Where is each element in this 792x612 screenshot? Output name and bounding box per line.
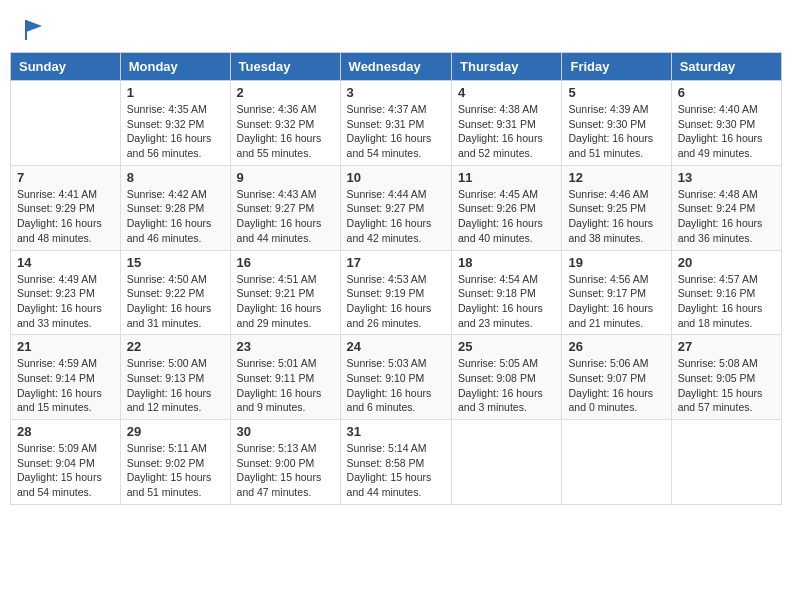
calendar-cell: 3Sunrise: 4:37 AM Sunset: 9:31 PM Daylig… <box>340 81 451 166</box>
calendar-cell: 20Sunrise: 4:57 AM Sunset: 9:16 PM Dayli… <box>671 250 781 335</box>
calendar-cell: 5Sunrise: 4:39 AM Sunset: 9:30 PM Daylig… <box>562 81 671 166</box>
day-info: Sunrise: 4:53 AM Sunset: 9:19 PM Dayligh… <box>347 272 445 331</box>
calendar-table: SundayMondayTuesdayWednesdayThursdayFrid… <box>10 52 782 505</box>
day-info: Sunrise: 4:36 AM Sunset: 9:32 PM Dayligh… <box>237 102 334 161</box>
day-info: Sunrise: 4:39 AM Sunset: 9:30 PM Dayligh… <box>568 102 664 161</box>
day-info: Sunrise: 5:06 AM Sunset: 9:07 PM Dayligh… <box>568 356 664 415</box>
column-header-thursday: Thursday <box>452 53 562 81</box>
calendar-cell <box>671 420 781 505</box>
day-number: 5 <box>568 85 664 100</box>
day-info: Sunrise: 5:01 AM Sunset: 9:11 PM Dayligh… <box>237 356 334 415</box>
day-number: 30 <box>237 424 334 439</box>
day-number: 25 <box>458 339 555 354</box>
day-number: 21 <box>17 339 114 354</box>
day-number: 13 <box>678 170 775 185</box>
calendar-cell: 14Sunrise: 4:49 AM Sunset: 9:23 PM Dayli… <box>11 250 121 335</box>
calendar-cell: 23Sunrise: 5:01 AM Sunset: 9:11 PM Dayli… <box>230 335 340 420</box>
day-number: 10 <box>347 170 445 185</box>
calendar-cell: 17Sunrise: 4:53 AM Sunset: 9:19 PM Dayli… <box>340 250 451 335</box>
day-info: Sunrise: 5:03 AM Sunset: 9:10 PM Dayligh… <box>347 356 445 415</box>
calendar-cell: 1Sunrise: 4:35 AM Sunset: 9:32 PM Daylig… <box>120 81 230 166</box>
day-info: Sunrise: 4:56 AM Sunset: 9:17 PM Dayligh… <box>568 272 664 331</box>
day-info: Sunrise: 4:54 AM Sunset: 9:18 PM Dayligh… <box>458 272 555 331</box>
day-info: Sunrise: 5:05 AM Sunset: 9:08 PM Dayligh… <box>458 356 555 415</box>
day-info: Sunrise: 4:51 AM Sunset: 9:21 PM Dayligh… <box>237 272 334 331</box>
day-number: 23 <box>237 339 334 354</box>
calendar-cell: 16Sunrise: 4:51 AM Sunset: 9:21 PM Dayli… <box>230 250 340 335</box>
day-info: Sunrise: 4:43 AM Sunset: 9:27 PM Dayligh… <box>237 187 334 246</box>
day-number: 2 <box>237 85 334 100</box>
calendar-cell <box>452 420 562 505</box>
calendar-cell: 19Sunrise: 4:56 AM Sunset: 9:17 PM Dayli… <box>562 250 671 335</box>
day-number: 4 <box>458 85 555 100</box>
day-number: 18 <box>458 255 555 270</box>
day-info: Sunrise: 4:49 AM Sunset: 9:23 PM Dayligh… <box>17 272 114 331</box>
calendar-cell: 7Sunrise: 4:41 AM Sunset: 9:29 PM Daylig… <box>11 165 121 250</box>
calendar-cell: 8Sunrise: 4:42 AM Sunset: 9:28 PM Daylig… <box>120 165 230 250</box>
day-info: Sunrise: 4:37 AM Sunset: 9:31 PM Dayligh… <box>347 102 445 161</box>
day-info: Sunrise: 4:35 AM Sunset: 9:32 PM Dayligh… <box>127 102 224 161</box>
calendar-cell: 31Sunrise: 5:14 AM Sunset: 8:58 PM Dayli… <box>340 420 451 505</box>
calendar-cell: 21Sunrise: 4:59 AM Sunset: 9:14 PM Dayli… <box>11 335 121 420</box>
calendar-cell: 12Sunrise: 4:46 AM Sunset: 9:25 PM Dayli… <box>562 165 671 250</box>
day-info: Sunrise: 4:40 AM Sunset: 9:30 PM Dayligh… <box>678 102 775 161</box>
page-header <box>10 10 782 46</box>
day-number: 24 <box>347 339 445 354</box>
column-header-tuesday: Tuesday <box>230 53 340 81</box>
calendar-cell: 24Sunrise: 5:03 AM Sunset: 9:10 PM Dayli… <box>340 335 451 420</box>
day-info: Sunrise: 4:59 AM Sunset: 9:14 PM Dayligh… <box>17 356 114 415</box>
day-number: 6 <box>678 85 775 100</box>
column-header-wednesday: Wednesday <box>340 53 451 81</box>
day-info: Sunrise: 4:45 AM Sunset: 9:26 PM Dayligh… <box>458 187 555 246</box>
calendar-week-row: 7Sunrise: 4:41 AM Sunset: 9:29 PM Daylig… <box>11 165 782 250</box>
day-number: 1 <box>127 85 224 100</box>
day-info: Sunrise: 5:11 AM Sunset: 9:02 PM Dayligh… <box>127 441 224 500</box>
day-info: Sunrise: 4:46 AM Sunset: 9:25 PM Dayligh… <box>568 187 664 246</box>
day-number: 3 <box>347 85 445 100</box>
calendar-header-row: SundayMondayTuesdayWednesdayThursdayFrid… <box>11 53 782 81</box>
calendar-cell: 25Sunrise: 5:05 AM Sunset: 9:08 PM Dayli… <box>452 335 562 420</box>
column-header-sunday: Sunday <box>11 53 121 81</box>
logo <box>22 18 44 42</box>
day-info: Sunrise: 5:08 AM Sunset: 9:05 PM Dayligh… <box>678 356 775 415</box>
calendar-cell: 22Sunrise: 5:00 AM Sunset: 9:13 PM Dayli… <box>120 335 230 420</box>
day-info: Sunrise: 5:13 AM Sunset: 9:00 PM Dayligh… <box>237 441 334 500</box>
logo-flag-icon <box>24 18 44 42</box>
day-number: 15 <box>127 255 224 270</box>
calendar-cell: 4Sunrise: 4:38 AM Sunset: 9:31 PM Daylig… <box>452 81 562 166</box>
day-number: 20 <box>678 255 775 270</box>
day-info: Sunrise: 4:44 AM Sunset: 9:27 PM Dayligh… <box>347 187 445 246</box>
day-number: 19 <box>568 255 664 270</box>
column-header-saturday: Saturday <box>671 53 781 81</box>
day-number: 26 <box>568 339 664 354</box>
calendar-cell: 10Sunrise: 4:44 AM Sunset: 9:27 PM Dayli… <box>340 165 451 250</box>
day-info: Sunrise: 5:09 AM Sunset: 9:04 PM Dayligh… <box>17 441 114 500</box>
day-number: 17 <box>347 255 445 270</box>
day-number: 22 <box>127 339 224 354</box>
day-info: Sunrise: 4:42 AM Sunset: 9:28 PM Dayligh… <box>127 187 224 246</box>
calendar-week-row: 1Sunrise: 4:35 AM Sunset: 9:32 PM Daylig… <box>11 81 782 166</box>
calendar-cell: 28Sunrise: 5:09 AM Sunset: 9:04 PM Dayli… <box>11 420 121 505</box>
calendar-cell: 18Sunrise: 4:54 AM Sunset: 9:18 PM Dayli… <box>452 250 562 335</box>
day-info: Sunrise: 5:00 AM Sunset: 9:13 PM Dayligh… <box>127 356 224 415</box>
column-header-friday: Friday <box>562 53 671 81</box>
day-number: 7 <box>17 170 114 185</box>
day-info: Sunrise: 5:14 AM Sunset: 8:58 PM Dayligh… <box>347 441 445 500</box>
day-number: 8 <box>127 170 224 185</box>
day-number: 27 <box>678 339 775 354</box>
calendar-cell: 30Sunrise: 5:13 AM Sunset: 9:00 PM Dayli… <box>230 420 340 505</box>
calendar-cell: 13Sunrise: 4:48 AM Sunset: 9:24 PM Dayli… <box>671 165 781 250</box>
day-number: 14 <box>17 255 114 270</box>
day-info: Sunrise: 4:48 AM Sunset: 9:24 PM Dayligh… <box>678 187 775 246</box>
day-number: 28 <box>17 424 114 439</box>
calendar-cell <box>11 81 121 166</box>
calendar-cell: 27Sunrise: 5:08 AM Sunset: 9:05 PM Dayli… <box>671 335 781 420</box>
calendar-week-row: 21Sunrise: 4:59 AM Sunset: 9:14 PM Dayli… <box>11 335 782 420</box>
day-number: 29 <box>127 424 224 439</box>
day-number: 11 <box>458 170 555 185</box>
calendar-cell: 15Sunrise: 4:50 AM Sunset: 9:22 PM Dayli… <box>120 250 230 335</box>
day-info: Sunrise: 4:50 AM Sunset: 9:22 PM Dayligh… <box>127 272 224 331</box>
day-number: 9 <box>237 170 334 185</box>
column-header-monday: Monday <box>120 53 230 81</box>
calendar-cell: 26Sunrise: 5:06 AM Sunset: 9:07 PM Dayli… <box>562 335 671 420</box>
